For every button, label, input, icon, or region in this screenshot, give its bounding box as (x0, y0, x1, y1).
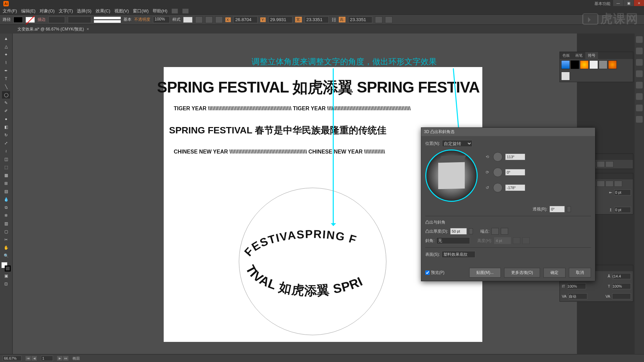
layers-panel-icon[interactable] (636, 116, 643, 123)
brushes-tab[interactable]: 画笔 (573, 52, 585, 59)
close-button[interactable]: ✕ (634, 0, 644, 6)
ellipse-tool[interactable]: ◯ (2, 91, 10, 99)
stroke-swatch[interactable] (25, 17, 35, 23)
rotate-y-field[interactable] (505, 169, 525, 176)
depth-field[interactable] (450, 228, 467, 235)
symbol-swatch-4[interactable] (589, 60, 598, 69)
ok-button[interactable]: 确定 (543, 268, 566, 278)
slice-tool[interactable]: ✂ (2, 236, 10, 243)
mesh-tool[interactable]: ⊞ (2, 180, 10, 187)
symbol-swatch-3[interactable] (580, 60, 589, 69)
transform-icon[interactable] (215, 16, 223, 23)
doc-arrange-icon[interactable] (171, 8, 178, 14)
para-justify-all-icon[interactable] (614, 181, 622, 187)
fill-stroke-indicator[interactable] (1, 262, 11, 272)
close-tab-icon[interactable]: × (87, 27, 89, 32)
maximize-button[interactable]: ▣ (624, 0, 634, 6)
gradient-panel-icon[interactable] (636, 70, 643, 77)
align-icon[interactable] (205, 16, 213, 23)
dialog-titlebar[interactable]: 3D 凸出和斜角选 (421, 128, 595, 136)
doc-layout-icon[interactable] (182, 8, 189, 14)
pencil-tool[interactable]: ✐ (2, 107, 10, 115)
direct-selection-tool[interactable]: △ (2, 43, 10, 50)
stroke-profile-dropdown[interactable] (68, 16, 91, 23)
shape-icon[interactable] (375, 16, 382, 23)
map-art-button[interactable]: 贴图(M)... (469, 268, 501, 278)
cap-on-icon[interactable] (491, 228, 499, 235)
recolor-icon[interactable] (195, 16, 203, 23)
align-vcenter-icon[interactable] (597, 161, 605, 167)
stroke-label[interactable]: 描边 (38, 17, 46, 22)
rotate-x-wheel[interactable] (493, 152, 502, 162)
fill-swatch[interactable] (13, 17, 23, 23)
hscale-field[interactable] (612, 283, 631, 289)
lasso-tool[interactable]: ⌇ (2, 59, 10, 66)
link-wh-icon[interactable]: ⛓ (331, 17, 336, 22)
cap-off-icon[interactable] (501, 228, 508, 235)
symbol-swatch-2[interactable] (571, 60, 579, 69)
document-tab[interactable]: 文变效果.ai* @ 66.67% (CMYK/预览) × (13, 25, 93, 34)
blob-brush-tool[interactable]: ● (2, 115, 10, 123)
eraser-tool[interactable]: ◧ (2, 123, 10, 131)
symbol-swatch-6[interactable] (608, 60, 617, 69)
rotate-z-field[interactable] (505, 184, 525, 191)
surface-dropdown[interactable]: 塑料效果底纹 (442, 251, 475, 258)
stroke-indicator-icon[interactable] (5, 265, 11, 272)
screen-mode-icon[interactable]: ⊡ (2, 280, 10, 288)
w-field[interactable] (305, 16, 329, 23)
y-field[interactable] (268, 16, 292, 23)
para-justify-center-icon[interactable] (597, 181, 605, 187)
magic-wand-tool[interactable]: ✦ (2, 51, 10, 58)
kerning-field[interactable] (569, 293, 587, 299)
perspective-stepper[interactable] (567, 206, 571, 212)
last-artboard-icon[interactable]: ⏭ (63, 356, 68, 361)
color-mode-icon[interactable]: ▣ (2, 272, 10, 280)
opacity-value[interactable]: 100% (153, 16, 170, 23)
artboard-tool[interactable]: ▢ (2, 228, 10, 235)
indent-right-field[interactable] (614, 189, 631, 195)
rotation-cube-widget[interactable] (425, 149, 478, 202)
selected-ellipse-path[interactable] (239, 188, 386, 335)
menu-effect[interactable]: 效果(C) (96, 8, 110, 14)
more-options-button[interactable]: 更多选项(O) (504, 268, 540, 278)
align-bottom-icon[interactable] (605, 161, 613, 167)
minimize-button[interactable]: — (613, 0, 623, 6)
rotate-y-wheel[interactable] (493, 168, 502, 177)
zoom-field[interactable] (3, 356, 21, 361)
perspective-tool[interactable]: ▦ (2, 172, 10, 179)
bevel-dropdown[interactable]: 无 (436, 237, 470, 244)
depth-stepper[interactable] (469, 228, 473, 234)
pen-tool[interactable]: ✒ (2, 67, 10, 74)
width-tool[interactable]: ≀ (2, 147, 10, 155)
rotate-x-field[interactable] (505, 154, 525, 160)
graph-tool[interactable]: ▥ (2, 220, 10, 227)
hand-tool[interactable]: ✋ (2, 244, 10, 251)
vscale-field[interactable] (567, 283, 586, 289)
isolate-icon[interactable] (385, 16, 392, 23)
menu-window[interactable]: 窗口(W) (133, 8, 149, 14)
menu-view[interactable]: 视图(V) (114, 8, 129, 14)
eyedropper-tool[interactable]: 💧 (2, 196, 10, 203)
symbol-swatch-7[interactable] (561, 72, 570, 80)
x-field[interactable] (233, 16, 258, 23)
shape-builder-tool[interactable]: ⬚ (2, 164, 10, 171)
appearance-panel-icon[interactable] (636, 93, 643, 100)
stroke-weight-dropdown[interactable] (48, 16, 65, 23)
gradient-tool[interactable]: ▤ (2, 188, 10, 195)
leading-field[interactable] (612, 273, 631, 279)
swatches-tab[interactable]: 色板 (560, 52, 573, 59)
selection-tool[interactable]: ▲ (2, 35, 10, 42)
para-justify-right-icon[interactable] (605, 181, 613, 187)
symbols-tab[interactable]: 符号 (585, 52, 598, 59)
menu-help[interactable]: 帮助(H) (153, 8, 167, 14)
workspace-selector[interactable]: 基本功能 (594, 1, 610, 7)
color-guide-panel-icon[interactable] (636, 48, 643, 54)
menu-type[interactable]: 文字(T) (59, 8, 73, 14)
type-tool[interactable]: T (2, 75, 10, 82)
space-after-field[interactable] (614, 207, 631, 213)
color-panel-icon[interactable] (636, 36, 643, 43)
menu-select[interactable]: 选择(S) (77, 8, 91, 14)
first-artboard-icon[interactable]: ⏮ (25, 356, 31, 361)
opacity-label[interactable]: 不透明度 (134, 17, 150, 22)
symbol-swatch-1[interactable] (561, 60, 570, 69)
